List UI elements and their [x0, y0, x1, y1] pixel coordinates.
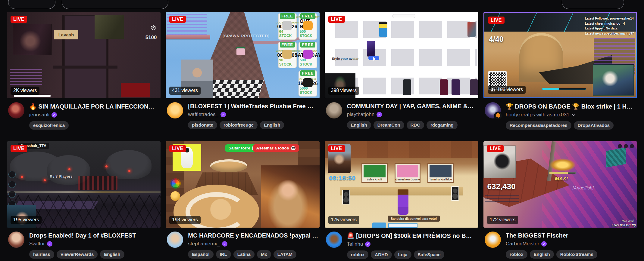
filter-pill[interactable] [62, 0, 168, 9]
guests-icon [491, 88, 496, 92]
stream-thumbnail[interactable]: 632,430 MAX! [Angelfish] Max Level 5.572… [483, 141, 637, 228]
stream-thumbnail[interactable]: Selva Anciã Gameshow Gosmento Terminal G… [325, 141, 478, 228]
free-badge: FREE [300, 42, 315, 48]
viewer-count-badge: 398 viewers [328, 87, 359, 95]
channel-avatar[interactable] [326, 102, 342, 118]
stream-title[interactable]: 🔥 SIN MAQUILLAJE POR LA INFECCION… [29, 103, 160, 110]
game-score: 5100 [145, 35, 157, 41]
channel-avatar[interactable] [167, 232, 183, 248]
tag-list: esquizofrenica [29, 121, 160, 130]
stream-title[interactable]: MC HARDCORE y ENCADENADOS !paypal … [188, 232, 319, 239]
tag[interactable]: Mx [257, 250, 271, 259]
tag[interactable]: English [530, 250, 554, 259]
chevron-down-icon[interactable] [571, 113, 576, 117]
tag[interactable]: English [100, 250, 124, 259]
free-badge: FREE [280, 13, 295, 19]
stream-thumbnail[interactable]: Crosshair_TTV 0 / 8 Players LIVE 195 vie… [7, 141, 161, 228]
channel-name[interactable]: jennsanli ✓ [29, 112, 160, 118]
webcam-overlay [593, 64, 634, 96]
tag[interactable]: hairless [29, 250, 54, 259]
shop-item-card: FREE WAFFLE COOKIE 00:00:00 90 STOCK [278, 42, 297, 68]
stream-title[interactable]: 🚨 [DROPS ON] $300k EM PRÊMIOS no B… [347, 232, 478, 239]
catalog-caption: Style your avatar [332, 57, 359, 60]
overlay-progress-bar [542, 88, 586, 90]
channel-name[interactable]: Telinha ✓ [347, 241, 478, 247]
max-callout: MAX! [555, 176, 568, 182]
stream-thumbnail[interactable]: Style your avatar LIVE 398 viewers [325, 12, 478, 98]
tag[interactable]: Español [188, 250, 213, 259]
tag[interactable]: esquizofrenica [29, 121, 69, 130]
stream-meta: MC HARDCORE y ENCADENADOS !paypal … step… [166, 228, 319, 261]
tag[interactable]: LATAM [274, 250, 296, 259]
overlay-progress-bar [14, 95, 51, 97]
channel-avatar[interactable] [485, 102, 501, 118]
tag[interactable]: ViewerRewards [57, 250, 98, 259]
verified-badge-icon: ✓ [541, 241, 547, 247]
channel-name[interactable]: waffletrades_ ✓ [188, 112, 319, 118]
stream-thumbnail[interactable]: Lavash 5100 LIVE 2K viewers [7, 12, 161, 98]
channel-avatar[interactable] [8, 232, 24, 248]
live-badge: LIVE [11, 16, 27, 23]
item-image [303, 50, 313, 59]
tag[interactable]: ADHD [371, 250, 392, 259]
tag[interactable]: roblox [347, 250, 369, 259]
shop-item-card: FREE 3K NOOB EGG SATURDAY 500 STOCK [299, 42, 317, 68]
live-badge: LIVE [169, 145, 186, 152]
tag[interactable]: RobloxStreams [556, 250, 597, 259]
channel-name[interactable]: stephaniemx_ ✓ [188, 241, 319, 247]
tag[interactable]: SafeSpace [414, 250, 445, 259]
item-stock: 5000 STOCK [300, 86, 316, 95]
channel-name[interactable]: playthatjohn ✓ [347, 112, 478, 118]
stream-title[interactable]: COMMUNITY DAY | YAP, GAMES, ANIME &… [347, 103, 478, 110]
avatar-image [326, 102, 342, 118]
tag[interactable]: Latina [233, 250, 255, 259]
channel-avatar[interactable] [167, 102, 183, 118]
stream-info: COMMUNITY DAY | YAP, GAMES, ANIME &… pla… [347, 102, 478, 137]
channel-name[interactable]: Swiftor ✓ [29, 241, 160, 247]
stream-title[interactable]: Drops Enabled! Day 1 of #BLOXFEST [29, 232, 160, 239]
channel-name-text: Telinha [347, 241, 363, 247]
channel-avatar[interactable] [485, 232, 501, 248]
channel-name-text: playthatjohn [347, 112, 375, 118]
tag[interactable]: robloxfreeugc [220, 121, 258, 129]
tag[interactable]: DreamCon [374, 121, 404, 129]
tag[interactable]: IRL [216, 250, 231, 259]
viewer-count-badge: 193 viewers [169, 216, 200, 224]
webcam-overlay [261, 165, 320, 228]
stream-title[interactable]: 🏆 DROPS ON BADGE 🏆 Blox strike | 1 H… [506, 103, 636, 110]
channel-avatar[interactable] [8, 102, 24, 118]
thumbnail-art [549, 158, 576, 171]
gear-icon [151, 25, 156, 32]
shop-item-card: FREE DUCKBRO CHAIN 00:16:26 64 STOCK [278, 13, 297, 40]
ammo-counter: 4/40 [489, 35, 504, 44]
tag[interactable]: plsdonate [188, 121, 217, 129]
tag[interactable]: RDC [407, 121, 424, 129]
tag[interactable]: rdcgaming [427, 121, 458, 129]
thumbnail-art [618, 144, 634, 148]
thumbnail-art [170, 191, 180, 201]
chat-overlay [10, 69, 42, 85]
tag[interactable]: RecompensasEspetadores [506, 121, 571, 130]
avatar-image [8, 232, 24, 248]
skull-icon [291, 146, 295, 150]
stream-title[interactable]: The BIGGEST Fischer [506, 232, 636, 239]
tag[interactable]: roblox [506, 250, 527, 259]
channel-name[interactable]: hootyzerafps with astrox031 [506, 112, 636, 118]
stream-thumbnail[interactable]: [SPAWN PROTECTED] FREE DUCKBRO CHAIN 00:… [166, 12, 319, 98]
tag[interactable]: English [347, 121, 371, 129]
channel-avatar[interactable] [326, 232, 342, 248]
tag[interactable]: English [260, 121, 284, 129]
channel-name-text: Swiftor [29, 241, 45, 247]
avatar-image [8, 102, 24, 118]
tag[interactable]: Loja [394, 250, 411, 259]
tag[interactable]: DropsAtivados [574, 121, 614, 130]
filter-pill[interactable] [562, 0, 624, 9]
viewer-count-badge: 195 viewers [11, 216, 42, 224]
game-button-red: Asesinar a todos [253, 144, 299, 152]
stream-thumbnail[interactable]: Latest Follower: powerwasher14 Latest ch… [483, 12, 637, 98]
stream-thumbnail[interactable]: Saltar torre Asesinar a todos LIVE 193 v… [166, 141, 319, 228]
filter-pill[interactable] [8, 0, 55, 9]
game-counter: 632,430 [487, 182, 516, 191]
stream-title[interactable]: [BLOXFEST 1] WaffleTrades Plushie Free … [188, 103, 319, 110]
channel-name[interactable]: CarbonMeister ✓ [506, 241, 636, 247]
